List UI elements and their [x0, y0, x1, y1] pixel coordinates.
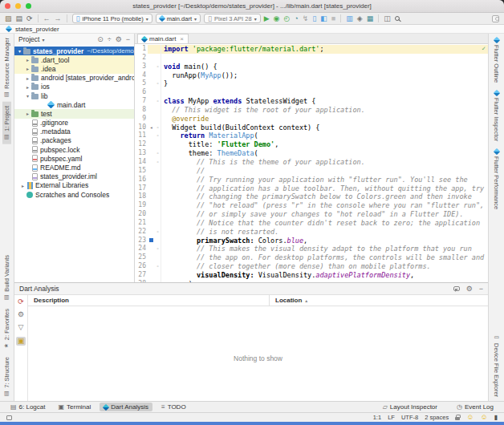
code-line-12[interactable]: 12 title: 'Flutter Demo', [135, 140, 488, 149]
code-line-7[interactable]: 7∘class MyApp extends StatelessWidget { [135, 97, 488, 106]
forward-icon[interactable]: → [55, 15, 62, 22]
code-line-26[interactable]: 26∘ // closer together (more dense) than… [135, 262, 488, 271]
hide-panel-icon[interactable]: − [126, 36, 130, 43]
severity-filter-icon[interactable]: ▣ [16, 337, 26, 346]
analyzer-feedback-icon[interactable] [453, 286, 460, 291]
caret-position[interactable]: 1:1 [373, 414, 381, 421]
stop-icon[interactable]: ■ [331, 15, 335, 22]
code-line-10[interactable]: 10◂∘ Widget build(BuildContext context) … [135, 123, 488, 132]
restart-analysis-icon[interactable]: ⟳ [18, 298, 24, 306]
analysis-server-status-icon[interactable]: ☺ [466, 414, 474, 421]
tree-item-metadata[interactable]: .metadata [14, 128, 134, 136]
attach-icon[interactable]: ↯ [303, 15, 309, 22]
tab-main-dart[interactable]: main.dart × [137, 34, 189, 43]
tool-button-flutter-inspector[interactable]: Flutter Inspector [492, 87, 501, 145]
code-line-8[interactable]: 8 // This widget is the root of your app… [135, 106, 488, 115]
code-line-5[interactable]: 5∘} [135, 79, 488, 88]
profile-icon[interactable] [492, 15, 499, 22]
tool-tab-event-log[interactable]: ◷Event Log [453, 403, 498, 411]
project-panel-title[interactable]: Project [18, 35, 39, 43]
expand-arrow-icon[interactable]: ▸ [19, 183, 26, 188]
fold-icon[interactable]: ∘ [155, 79, 161, 88]
fold-icon[interactable]: ∘ [155, 132, 161, 140]
close-tab-icon[interactable]: × [180, 35, 184, 42]
inspections-ok-icon[interactable]: ✓ [482, 45, 486, 52]
tree-item-external-libraries[interactable]: ▸External Libraries [14, 181, 134, 190]
code-line-18[interactable]: 18 // changing the primarySwatch below t… [135, 192, 488, 201]
code-line-14[interactable]: 14∘ // This is the theme of your applica… [135, 158, 488, 167]
fold-icon[interactable]: ∘ [155, 262, 161, 271]
expand-arrow-icon[interactable]: ▸ [24, 84, 31, 90]
collapse-all-icon[interactable]: ÷ [108, 36, 112, 43]
tree-item-idea[interactable]: ▸.idea [14, 64, 134, 73]
run-coverage-icon[interactable]: ◴ [283, 15, 290, 22]
settings-icon[interactable]: ⚙ [116, 36, 122, 43]
tool-tab-6-logcat[interactable]: ▤6: Logcat [6, 403, 49, 411]
indent-setting[interactable]: 2 spaces [425, 414, 449, 421]
expand-arrow-icon[interactable]: ▸ [24, 57, 31, 63]
tree-item-readme-md[interactable]: README.md [14, 163, 134, 172]
tool-button-2-favorites[interactable]: ★2: Favorites [2, 305, 11, 353]
tree-item-states-provider[interactable]: ▾states_provider~/Desktop/demo/stat [14, 47, 134, 55]
code-line-27[interactable]: 27 visualDensity: VisualDensity.adaptive… [135, 271, 488, 280]
code-line-13[interactable]: 13∘ theme: ThemeData( [135, 149, 488, 158]
debug-icon[interactable]: ◉ [274, 15, 280, 22]
code-line-16[interactable]: 16 // Try running your application with … [135, 176, 488, 184]
code-line-6[interactable]: 6 [135, 88, 488, 97]
tree-item-main-dart[interactable]: main.dart [14, 100, 134, 109]
fold-icon[interactable]: ∘ [155, 245, 161, 253]
open-file-icon[interactable]: ▨ [5, 15, 12, 22]
hide-panel-icon[interactable]: − [479, 285, 483, 293]
tree-item-android-states-provider-android[interactable]: ▸android [states_provider_android] [14, 74, 134, 83]
tool-button-7-structure[interactable]: ▤7: Structure [2, 353, 11, 401]
fold-icon[interactable]: ∘ [155, 123, 161, 132]
expand-arrow-icon[interactable]: ▾ [24, 93, 31, 99]
layout-editor-icon[interactable]: ◫ [384, 15, 391, 22]
file-encoding[interactable]: UTF-8 [401, 414, 418, 421]
code-line-22[interactable]: 22∘ // is not restarted. [135, 228, 488, 237]
close-window-button[interactable] [5, 3, 10, 9]
analysis-settings-icon[interactable]: ⚙ [18, 311, 24, 318]
expand-arrow-icon[interactable]: ▸ [24, 75, 31, 81]
tool-button-1-project[interactable]: ▤1: Project [2, 102, 11, 144]
lock-icon[interactable] [455, 417, 460, 420]
code-line-21[interactable]: 21 // Notice that the counter didn't res… [135, 219, 488, 228]
tree-item-scratches-and-consoles[interactable]: Scratches and Consoles [14, 190, 134, 199]
tool-tab-terminal[interactable]: ▣Terminal [54, 403, 95, 411]
tree-item-pubspec-yaml[interactable]: pubspec.yaml [14, 154, 134, 163]
tool-button-device-file-explorer[interactable]: ▯Device File Explorer [492, 330, 501, 401]
expand-arrow-icon[interactable]: ▸ [24, 111, 31, 116]
code-line-1[interactable]: 1import 'package:flutter/material.dart'; [135, 45, 488, 54]
code-line-4[interactable]: 4 runApp(MyApp()); [135, 71, 488, 80]
hide-tool-windows-icon[interactable] [6, 415, 12, 420]
code-line-11[interactable]: 11∘ return MaterialApp( [135, 132, 488, 140]
run-config-selector[interactable]: main.dart ▾ [156, 14, 201, 23]
code-line-9[interactable]: 9 @override [135, 115, 488, 123]
expand-arrow-icon[interactable]: ▾ [16, 48, 23, 54]
search-everywhere-icon[interactable] [395, 16, 400, 21]
back-icon[interactable]: ← [43, 15, 51, 22]
tool-tab-todo[interactable]: ≡TODO [157, 403, 190, 411]
column-location[interactable]: Location ▲ [269, 295, 308, 306]
color-preview-swatch[interactable] [149, 238, 153, 242]
device-selector[interactable]: ▯ iPhone 11 Pro (mobile) ▾ [72, 14, 152, 23]
save-all-icon[interactable]: ▤ [16, 15, 23, 22]
profiler-icon[interactable]: ◔ [294, 15, 298, 22]
breadcrumb-project[interactable]: states_provider [15, 26, 59, 33]
sdk-manager-icon[interactable]: ▦ [367, 15, 374, 22]
tool-button-build-variants[interactable]: ▤Build Variants [2, 251, 11, 305]
code-line-25[interactable]: 25 // the app on. For desktop platforms,… [135, 253, 488, 262]
code-line-15[interactable]: 15 // [135, 167, 488, 176]
avd-manager-icon[interactable]: ▥ [346, 15, 353, 22]
tool-button-resource-manager[interactable]: ▤Resource Manager [2, 34, 11, 102]
tree-item-lib[interactable]: ▾lib [14, 91, 134, 100]
fold-icon[interactable]: ∘ [155, 228, 161, 237]
expand-arrow-icon[interactable]: ▸ [24, 66, 31, 71]
device-icon[interactable]: ▯ [312, 15, 316, 22]
tree-item-ios[interactable]: ▸ios [14, 83, 134, 91]
tool-button-flutter-performance[interactable]: Flutter Performance [492, 145, 501, 213]
code-line-19[interactable]: 19 // "hot reload" (press "r" in the con… [135, 201, 488, 210]
tree-item-gitignore[interactable]: .gitignore [14, 119, 134, 128]
filter-icon[interactable]: ▽ [18, 324, 24, 331]
line-separator[interactable]: LF [388, 414, 395, 421]
